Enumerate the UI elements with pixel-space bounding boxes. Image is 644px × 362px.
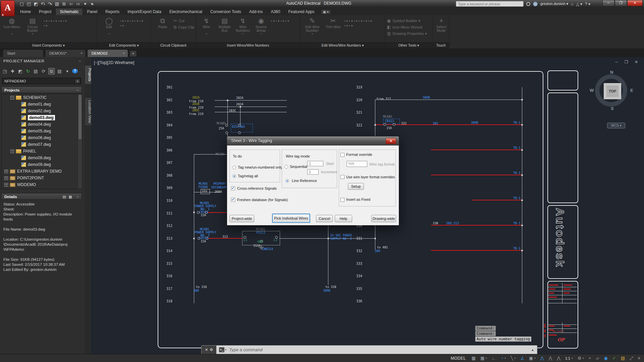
annotation-monitor-icon[interactable]: + — [586, 355, 594, 361]
wrench-icon[interactable]: ⚙ — [210, 348, 213, 352]
button-trim-wire[interactable]: ✂Trim Wire — [323, 16, 343, 33]
checkbox-format-override-label[interactable]: Format override — [346, 153, 372, 157]
tree-item-demo02-dwg[interactable]: demo02.dwg — [2, 108, 82, 114]
tree-item-label[interactable]: WDDEMO — [17, 182, 36, 187]
tree-item-label[interactable]: demo09.dwg — [28, 162, 51, 167]
task-list-icon[interactable]: ▤ — [33, 68, 39, 74]
tab-electromechanical[interactable]: Electromechanical — [165, 8, 206, 15]
small-tool-icon[interactable]: ▪ ▾ — [48, 19, 52, 23]
isodraft-icon[interactable]: ╲▾ — [508, 355, 518, 361]
tab-home[interactable]: Home — [16, 8, 35, 15]
panel-caption[interactable]: Other Tools ▾ — [385, 42, 432, 48]
button-circuit-builder[interactable]: ▤Circuit Builder▾ — [23, 16, 42, 35]
application-menu-button[interactable]: AE — [1, 0, 15, 16]
button-copy-clip[interactable]: ⧉Copy Clip — [174, 25, 194, 29]
panel-caption[interactable]: Insert Components ▾ — [0, 42, 97, 48]
small-tool-icon[interactable]: ▪ ▾ — [363, 19, 367, 23]
tab-panel[interactable]: Panel — [83, 8, 101, 15]
palette-splitter[interactable]: ····· — [0, 190, 85, 192]
tab-project[interactable]: Project — [35, 8, 55, 15]
radio-sequential[interactable] — [284, 165, 288, 169]
tree-item-label[interactable]: PANEL — [23, 149, 36, 154]
search-icon[interactable] — [526, 2, 530, 6]
palette-minimize-icon[interactable]: − — [79, 57, 81, 65]
active-project-dropdown[interactable]: NFPADEMO▾ — [2, 78, 81, 84]
start-field[interactable]: 1 — [307, 161, 323, 166]
polar-icon[interactable]: ◔▾ — [498, 355, 508, 361]
print-icon[interactable]: ▤ — [57, 68, 62, 74]
checkbox-freshen-db-label[interactable]: Freshen database (for Signals) — [237, 198, 288, 202]
checkbox-insert-as-fixed[interactable] — [340, 198, 344, 202]
help-icon[interactable]: ? — [72, 69, 78, 73]
compass-south[interactable]: S — [611, 106, 614, 111]
tree-item-label[interactable]: demo05.dwg — [28, 129, 51, 133]
tree-item-panel[interactable]: −PANEL — [2, 148, 82, 155]
annot-add-icon[interactable]: ⋀ — [554, 355, 563, 361]
button-multiple-bus[interactable]: ▤Multiple Bus — [216, 16, 233, 33]
forward-icon[interactable]: ⇨ — [75, 1, 81, 7]
undo-icon[interactable]: ↶▾ — [40, 1, 46, 7]
checkbox-insert-as-fixed-label[interactable]: Insert as Fixed — [346, 197, 370, 201]
small-tool-icon[interactable]: ▪ ▾ — [359, 19, 362, 23]
tree-item-label[interactable]: EXTRA LIBRARY DEMO — [17, 169, 62, 174]
checkbox-cross-reference-label[interactable]: Cross-reference Signals — [237, 186, 277, 190]
expand-icon[interactable]: + — [4, 176, 8, 180]
checkbox-use-layer-overrides-label[interactable]: Use wire layer format overrides — [346, 175, 395, 179]
tree-item-demo08-dwg[interactable]: demo08.dwg — [2, 155, 82, 161]
clean-screen-icon[interactable]: ⤢ — [627, 355, 635, 361]
minimize-button[interactable]: ─ — [602, 0, 614, 6]
back-icon[interactable]: ⇦ — [68, 1, 74, 7]
small-tool-icon[interactable]: ▪ ▾ — [349, 24, 353, 27]
annot-visibility-icon[interactable]: ⋀ — [538, 355, 546, 361]
checkbox-freshen-db[interactable] — [231, 198, 235, 202]
graphics-perf-icon[interactable]: ✓ — [610, 355, 619, 361]
tab-import-export-data[interactable]: Import/Export Data — [123, 8, 165, 15]
snap-icon[interactable]: ▦▾ — [478, 355, 489, 361]
button-icon-menu[interactable]: ◍Icon Menu▾ — [2, 16, 21, 35]
compass-north[interactable]: N — [610, 70, 613, 75]
small-tool-icon[interactable]: ▪ ▾ — [125, 19, 128, 23]
radio-sequential-label[interactable]: Sequential — [290, 165, 307, 169]
close-button[interactable]: ✕ — [627, 0, 643, 6]
projects-collapse-icon[interactable]: − — [76, 87, 79, 94]
chevron-down-icon[interactable]: ▾ — [75, 79, 80, 84]
quick-properties-icon[interactable]: ◉ — [601, 355, 610, 361]
radio-tag-new-label[interactable]: Tag new/un-numbered only — [238, 165, 282, 169]
small-tool-icon[interactable]: ▪ ▾ — [120, 24, 124, 27]
dialog-close-button[interactable]: ✕ — [386, 138, 396, 144]
redo-icon[interactable]: ↷▾ — [47, 1, 53, 7]
button-edit[interactable]: ◯Edit▾ — [99, 16, 119, 35]
checkbox-use-layer-overrides[interactable] — [340, 175, 344, 179]
tab-reports[interactable]: Reports — [101, 8, 123, 15]
radio-tag-retag-all[interactable] — [232, 174, 236, 178]
small-tool-icon[interactable]: ▪ ▾ — [344, 24, 348, 27]
drawing-window-buttons[interactable]: ─ ❐ ✕ — [615, 60, 641, 64]
setup-button[interactable]: Setup — [348, 183, 364, 190]
tab-schematic[interactable]: Schematic — [55, 8, 83, 15]
project-wide-button[interactable]: Project-wide — [229, 215, 254, 222]
publish-icon[interactable]: ⧉ — [48, 68, 55, 74]
small-tool-icon[interactable]: ▪ ▾ — [349, 19, 353, 23]
help-button[interactable]: Help — [335, 215, 352, 222]
tab-a360[interactable]: A360 — [267, 8, 284, 15]
viewcube-top-face[interactable]: TOP — [604, 83, 621, 99]
file-tab-start[interactable]: Start — [3, 49, 44, 57]
project-save-icon[interactable]: ◩ — [17, 68, 23, 74]
wcs-dropdown[interactable]: WCS ▾ — [607, 123, 625, 128]
tool-icon[interactable]: ✦ — [82, 1, 88, 7]
open-icon[interactable]: ◰ — [26, 1, 32, 7]
small-tool-icon[interactable]: ▪ ▾ — [44, 19, 47, 23]
compass-west[interactable]: W — [590, 88, 594, 93]
print-dd-icon[interactable]: ▾ — [64, 68, 70, 74]
checkbox-format-override[interactable] — [340, 153, 344, 157]
refresh-icon[interactable]: ↻ — [25, 68, 31, 74]
tree-item-demo04-dwg[interactable]: demo04.dwg — [2, 121, 82, 128]
small-tool-icon[interactable]: ▪ ▾ — [53, 19, 57, 23]
qnew-icon[interactable]: ▢ — [19, 1, 25, 7]
button-icon-menu-wizard[interactable]: ◧Icon Menu Wizard — [387, 25, 427, 29]
expand-icon[interactable]: + — [4, 170, 8, 173]
tree-item-extra-library-demo[interactable]: +EXTRA LIBRARY DEMO — [2, 168, 82, 175]
viewcube[interactable]: N W E S TOP — [592, 70, 633, 111]
help-icon[interactable]: ? ▾ — [585, 2, 590, 6]
compass-east[interactable]: E — [630, 88, 633, 93]
